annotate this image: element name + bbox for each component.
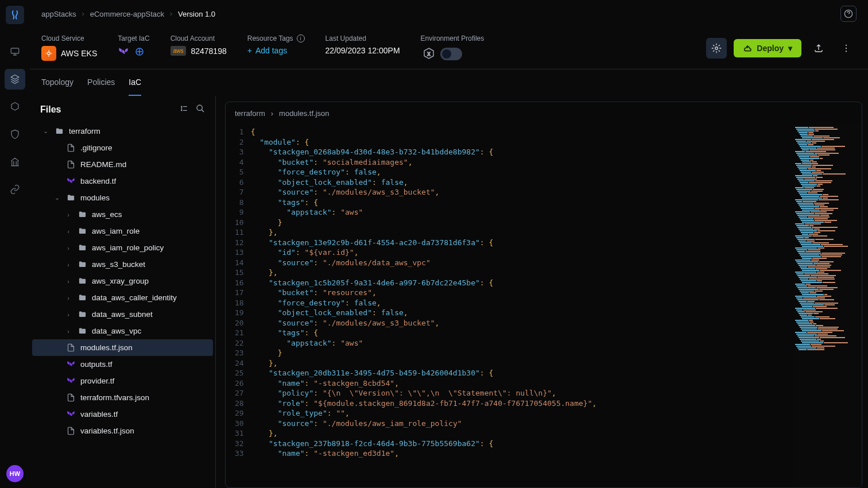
breadcrumb-item[interactable]: appStacks <box>41 10 76 18</box>
chevron-right-icon: › <box>271 109 273 118</box>
svg-point-7 <box>846 48 847 49</box>
svg-point-8 <box>846 51 847 52</box>
tree-collapse-icon[interactable] <box>180 104 189 115</box>
svg-rect-0 <box>11 48 19 53</box>
breadcrumb-item-active: Version 1.0 <box>178 10 215 18</box>
tree-folder[interactable]: ›aws_s3_bucket <box>32 256 213 273</box>
settings-button[interactable] <box>706 38 727 59</box>
aws-badge: aws <box>170 46 187 56</box>
tree-file[interactable]: .gitignore <box>32 140 213 156</box>
tree-file[interactable]: README.md <box>32 156 213 173</box>
user-avatar[interactable]: HW <box>6 465 24 482</box>
target-iac: Target IaC <box>118 34 149 62</box>
code-panel: terraform › modules.tf.json 123456789101… <box>216 96 868 488</box>
minimap[interactable] <box>793 125 862 487</box>
tree-file[interactable]: modules.tf.json <box>32 339 213 356</box>
deploy-button[interactable]: Deploy ▾ <box>734 39 801 57</box>
svg-point-2 <box>48 52 51 55</box>
nav-shield-icon[interactable] <box>5 124 25 145</box>
nav-hexagon-icon[interactable] <box>5 96 25 117</box>
resource-tags: Resource Tags i + Add tags <box>247 34 305 62</box>
files-title: Files <box>40 104 61 115</box>
info-icon[interactable]: i <box>297 34 305 42</box>
tab-topology[interactable]: Topology <box>41 69 73 96</box>
nav-governance-icon[interactable] <box>5 152 25 172</box>
last-updated: Last Updated 22/09/2023 12:00PM <box>326 34 400 62</box>
helm-icon <box>134 46 145 57</box>
sub-header: Cloud Service AWS EKS Target IaC <box>30 28 868 69</box>
nav-link-icon[interactable] <box>5 179 25 200</box>
plus-icon: + <box>247 46 252 55</box>
svg-text:x: x <box>427 51 430 57</box>
code-editor[interactable]: { "module": { "stackgen_0268ab94-d30d-48… <box>251 125 793 487</box>
chevron-right-icon: › <box>170 10 172 18</box>
tree-file[interactable]: backend.tf <box>32 173 213 189</box>
tree-file[interactable]: variables.tf.json <box>32 423 213 439</box>
terraform-icon <box>118 46 129 57</box>
file-panel: Files ⌄terraform.gitignoreREADME.mdbacke… <box>30 96 216 488</box>
tree-file[interactable]: outputs.tf <box>32 356 213 373</box>
tree-folder[interactable]: ›aws_iam_role <box>32 223 213 239</box>
chevron-right-icon: › <box>82 10 84 18</box>
nav-rail: HW <box>0 0 30 488</box>
tree-file[interactable]: provider.tf <box>32 373 213 389</box>
cloud-service: Cloud Service AWS EKS <box>41 34 97 62</box>
tree-folder[interactable]: ›aws_ecs <box>32 206 213 223</box>
environment-profiles: Environment Profiles x <box>421 34 485 62</box>
nav-monitor-icon[interactable] <box>5 41 25 62</box>
svg-point-6 <box>846 45 847 46</box>
code-breadcrumb: terraform › modules.tf.json <box>226 102 862 125</box>
aws-eks-icon <box>41 46 56 61</box>
tree-folder[interactable]: ⌄modules <box>32 189 213 206</box>
line-gutter: 1234567891011121314151617181920212223242… <box>226 125 251 487</box>
tab-iac[interactable]: IaC <box>129 69 141 96</box>
export-button[interactable] <box>808 38 829 59</box>
tree-file[interactable]: variables.tf <box>32 406 213 423</box>
file-tree: ⌄terraform.gitignoreREADME.mdbackend.tf⌄… <box>30 123 215 488</box>
breadcrumb: appStacks › eCommerce-appStack › Version… <box>41 10 215 18</box>
tree-folder[interactable]: ›data_aws_vpc <box>32 323 213 339</box>
logo[interactable] <box>6 6 24 24</box>
tree-folder[interactable]: ›aws_iam_role_policy <box>32 239 213 256</box>
svg-point-5 <box>715 47 718 50</box>
tab-policies[interactable]: Policies <box>87 69 115 96</box>
profile-hex-icon: x <box>421 46 437 62</box>
breadcrumb-item[interactable]: eCommerce-appStack <box>90 10 164 18</box>
more-button[interactable] <box>836 38 857 59</box>
search-icon[interactable] <box>196 104 205 115</box>
tree-file[interactable]: terraform.tfvars.json <box>32 389 213 406</box>
svg-point-11 <box>197 105 202 110</box>
tree-folder[interactable]: ›data_aws_caller_identity <box>32 289 213 306</box>
tabs: Topology Policies IaC <box>30 69 868 96</box>
add-tags-button[interactable]: + Add tags <box>247 46 305 55</box>
tree-folder[interactable]: ›aws_xray_group <box>32 273 213 289</box>
chevron-down-icon: ▾ <box>788 44 792 53</box>
tree-folder[interactable]: ⌄terraform <box>32 123 213 140</box>
header: appStacks › eCommerce-appStack › Version… <box>30 0 868 28</box>
help-button[interactable] <box>840 6 857 22</box>
tree-folder[interactable]: ›data_aws_subnet <box>32 306 213 323</box>
cloud-account: Cloud Account aws 82478198 <box>170 34 227 62</box>
nav-stacks-icon[interactable] <box>5 69 25 90</box>
profile-toggle[interactable] <box>440 48 462 60</box>
